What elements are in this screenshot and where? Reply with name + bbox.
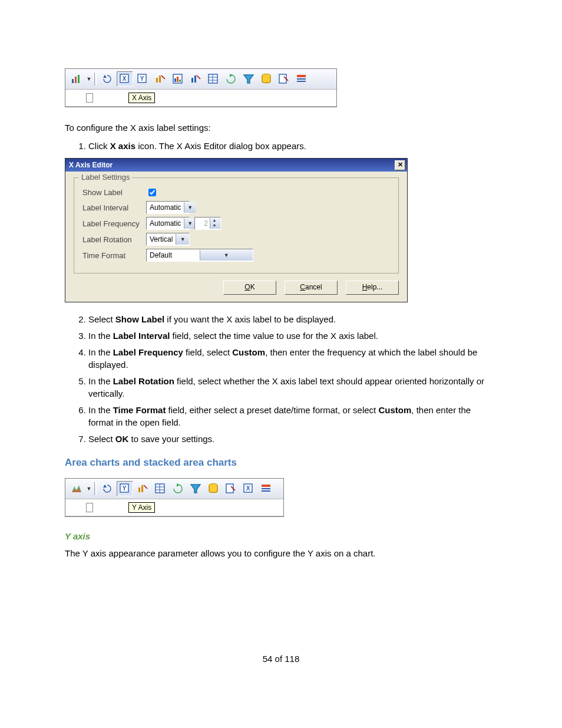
step-5: In the Label Rotation field, select whet… [88,375,497,400]
step-3: In the Label Interval field, select the … [88,330,497,342]
tooltip-y-axis: Y Axis [128,502,155,513]
label-interval-dropdown[interactable]: Automatic▼ [146,201,190,214]
svg-text:Y: Y [123,485,127,492]
refresh-icon[interactable] [170,481,186,496]
filter-icon[interactable] [187,481,204,496]
svg-rect-25 [297,78,306,80]
x-axis-editor-dialog: X Axis Editor ✕ Label Settings Show Labe… [65,158,408,302]
svg-text:X: X [123,75,127,82]
label-interval-label: Label Interval [82,203,146,212]
refresh-icon[interactable] [223,71,239,87]
edit-bar-icon[interactable] [187,71,204,87]
svg-rect-0 [72,79,74,83]
label-frequency-dropdown[interactable]: Automatic▼ [146,217,190,230]
svg-rect-44 [262,485,270,487]
table-icon[interactable] [152,481,168,496]
heading-area-charts: Area charts and stacked area charts [65,457,497,469]
cancel-button[interactable]: Cancel [285,281,338,295]
edit-metrics-icon[interactable] [152,71,168,87]
chart-type-dropdown-icon[interactable]: ▼ [85,76,92,82]
toolbar-screenshot-1: ▼ X Y [65,68,337,107]
help-button[interactable]: Help... [346,281,399,295]
svg-rect-46 [262,490,270,492]
heading-y-axis: Y axis [65,531,497,541]
svg-rect-24 [297,75,306,77]
chevron-down-icon: ▼ [200,250,253,261]
svg-marker-39 [191,485,200,493]
svg-text:Y: Y [140,75,144,82]
step-4: In the Label Frequency field, select Cus… [88,346,497,371]
edit-metrics-icon[interactable] [134,481,151,496]
area-chart-dropdown-icon[interactable]: ▼ [85,486,92,492]
intro-text: To configure the X axis label settings: [65,121,497,134]
svg-rect-14 [191,78,193,83]
step-7: Select OK to save your settings. [88,433,497,445]
svg-rect-45 [262,488,270,489]
label-rotation-dropdown[interactable]: Vertical▼ [146,233,190,246]
edit-props-icon[interactable] [276,71,292,87]
chevron-down-icon: ▼ [184,202,196,213]
x-axis-icon[interactable]: X [240,481,257,496]
svg-rect-2 [78,75,80,83]
show-label-label: Show Label [82,188,146,197]
svg-text:X: X [246,485,250,492]
x-axis-icon[interactable]: X [117,71,133,87]
database-icon[interactable] [205,481,222,496]
page-footer: 54 of 118 [65,654,497,664]
table-icon[interactable] [205,71,222,87]
time-format-dropdown[interactable]: Default▼ [146,249,253,262]
label-frequency-label: Label Frequency [82,219,146,228]
svg-rect-23 [279,74,286,83]
svg-marker-3 [103,75,107,78]
y-axis-text: The Y axis appearance parameter allows y… [65,547,497,559]
filter-icon[interactable] [240,71,257,87]
undo-icon[interactable] [99,481,115,496]
svg-rect-26 [297,81,306,82]
svg-marker-38 [177,483,179,487]
step-1: Click X axis icon. The X Axis Editor dia… [88,140,497,152]
svg-rect-33 [141,485,143,492]
label-settings-group: Label Settings Show Label Label Interval… [74,177,399,274]
spin-down-icon[interactable]: ▼ [210,223,219,229]
close-icon[interactable]: ✕ [395,160,405,170]
tooltip-x-axis: X Axis [128,93,155,103]
steps-list-b: Select Show Label if you want the X axis… [88,313,497,445]
label-frequency-spin[interactable]: 2 ▲▼ [194,217,221,230]
ok-button[interactable]: OK [223,281,276,295]
step-6: In the Time Format field, either select … [88,404,497,429]
edit-props-icon[interactable] [223,481,239,496]
svg-rect-11 [174,78,176,82]
title-icon[interactable] [293,71,310,87]
label-rotation-label: Label Rotation [82,235,146,244]
spin-up-icon[interactable]: ▲ [210,218,219,223]
y-axis-icon[interactable]: Y [134,71,151,87]
undo-icon[interactable] [99,71,115,87]
chevron-down-icon: ▼ [176,234,189,245]
svg-rect-8 [156,78,158,83]
svg-rect-1 [75,77,77,83]
svg-marker-20 [230,74,232,77]
svg-rect-12 [177,77,178,82]
fieldset-legend: Label Settings [79,173,132,182]
time-format-label: Time Format [82,251,146,260]
svg-marker-21 [244,75,253,83]
show-label-checkbox[interactable] [148,189,156,196]
step-2: Select Show Label if you want the X axis… [88,313,497,325]
y-axis-icon[interactable]: Y [117,481,133,496]
database-icon[interactable] [258,71,275,87]
svg-rect-41 [226,484,233,493]
chart-type-icon[interactable] [68,71,85,87]
svg-rect-13 [179,80,181,82]
toolbar-screenshot-2: ▼ Y X Y Axis [65,478,284,517]
dialog-title: X Axis Editor [69,161,113,169]
area-chart-icon[interactable] [68,481,85,496]
svg-rect-9 [159,75,161,83]
title-icon[interactable] [258,481,275,496]
svg-rect-15 [194,75,196,83]
steps-list-a: Click X axis icon. The X Axis Editor dia… [88,140,497,152]
bar-chart-icon[interactable] [170,71,186,87]
svg-marker-29 [103,485,107,487]
svg-rect-32 [138,487,140,492]
